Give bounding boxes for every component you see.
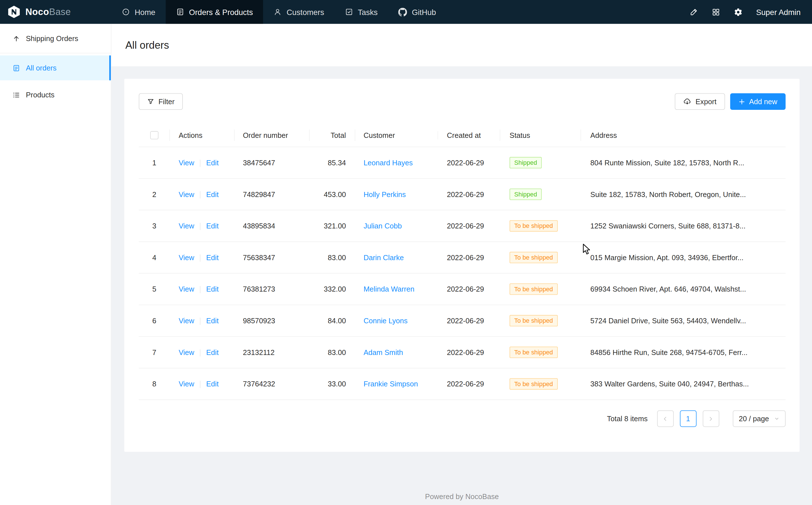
created-at-cell: 2022-06-29 — [438, 317, 500, 325]
nav-item-home[interactable]: Home — [111, 0, 166, 24]
view-link[interactable]: View — [179, 380, 194, 388]
edit-link[interactable]: Edit — [206, 348, 219, 356]
toolbar-right: Export Add new — [675, 93, 786, 110]
edit-link[interactable]: Edit — [206, 159, 219, 167]
app-root: NocoBase Home Orders & Products Customer… — [0, 0, 812, 505]
sidebar-item-label: Shipping Orders — [26, 34, 78, 42]
table-row: 1 ViewEdit 38475647 85.34 Leonard Hayes … — [139, 147, 786, 179]
nav-item-label: GitHub — [412, 8, 436, 16]
table-row: 8 ViewEdit 73764232 33.00 Frankie Simpso… — [139, 368, 786, 400]
edit-link[interactable]: Edit — [206, 285, 219, 293]
nav-item-label: Orders & Products — [189, 8, 253, 16]
apps-grid-icon[interactable] — [712, 8, 720, 16]
tasks-icon — [345, 8, 353, 16]
edit-link[interactable]: Edit — [206, 380, 219, 388]
customer-link[interactable]: Leonard Hayes — [363, 159, 413, 167]
customer-link[interactable]: Frankie Simpson — [363, 380, 418, 388]
status-tag: To be shipped — [510, 252, 558, 263]
sidebar-item-shipping-orders[interactable]: Shipping Orders — [0, 26, 111, 51]
order-number-cell: 75638347 — [235, 254, 309, 262]
row-index: 5 — [152, 285, 156, 293]
status-tag: To be shipped — [510, 347, 558, 358]
customer-link[interactable]: Adam Smith — [363, 348, 403, 356]
order-number-cell: 23132112 — [235, 348, 309, 356]
nav-item-label: Home — [135, 8, 155, 16]
view-link[interactable]: View — [179, 348, 194, 356]
sidebar-item-label: Products — [26, 91, 55, 99]
table-row: 6 ViewEdit 98570923 84.00 Connie Lyons 2… — [139, 305, 786, 337]
view-link[interactable]: View — [179, 285, 194, 293]
sidebar-item-products[interactable]: Products — [0, 82, 111, 107]
nav-right: Super Admin — [689, 0, 812, 24]
table-body: 1 ViewEdit 38475647 85.34 Leonard Hayes … — [139, 147, 786, 400]
user-menu[interactable]: Super Admin — [756, 8, 801, 16]
export-button[interactable]: Export — [675, 93, 725, 110]
total-cell: 85.34 — [310, 159, 355, 167]
header-order-number: Order number — [235, 131, 309, 139]
customer-link[interactable]: Darin Clarke — [363, 254, 404, 262]
order-number-cell: 76381273 — [235, 285, 309, 293]
address-cell: 84856 Hirthe Run, Suite 268, 94754-6705,… — [581, 348, 786, 356]
brand-text: NocoBase — [25, 6, 71, 17]
address-cell: 383 Walter Gardens, Suite 040, 24947, Be… — [581, 380, 786, 388]
nav-item-orders-products[interactable]: Orders & Products — [166, 0, 263, 24]
nav-item-customers[interactable]: Customers — [263, 0, 335, 24]
select-all-checkbox[interactable] — [150, 131, 159, 139]
settings-gear-icon[interactable] — [734, 8, 743, 16]
pagination-total: Total 8 items — [607, 414, 647, 423]
edit-link[interactable]: Edit — [206, 254, 219, 262]
created-at-cell: 2022-06-29 — [438, 159, 500, 167]
order-number-cell: 74829847 — [235, 190, 309, 198]
view-link[interactable]: View — [179, 317, 194, 325]
address-cell: 5724 Daniel Drive, Suite 563, 54403, Wen… — [581, 317, 786, 325]
page-header: All orders — [111, 24, 812, 66]
order-number-cell: 38475647 — [235, 159, 309, 167]
page-size-select[interactable]: 20 / page — [733, 410, 785, 427]
customer-link[interactable]: Holly Perkins — [363, 190, 406, 198]
nav-item-tasks[interactable]: Tasks — [334, 0, 388, 24]
page-size-value: 20 / page — [739, 414, 769, 423]
nav-item-github[interactable]: GitHub — [388, 0, 446, 24]
order-number-cell: 98570923 — [235, 317, 309, 325]
view-link[interactable]: View — [179, 222, 194, 230]
created-at-cell: 2022-06-29 — [438, 254, 500, 262]
pagination: Total 8 items 1 20 / page — [139, 410, 786, 427]
customer-link[interactable]: Connie Lyons — [363, 317, 408, 325]
edit-link[interactable]: Edit — [206, 190, 219, 198]
highlight-icon[interactable] — [689, 8, 698, 16]
header-created-at: Created at — [438, 131, 500, 139]
edit-link[interactable]: Edit — [206, 317, 219, 325]
view-link[interactable]: View — [179, 159, 194, 167]
customer-link[interactable]: Melinda Warren — [363, 285, 415, 293]
view-link[interactable]: View — [179, 190, 194, 198]
table-row: 4 ViewEdit 75638347 83.00 Darin Clarke 2… — [139, 242, 786, 274]
export-button-label: Export — [696, 98, 716, 106]
brand-base: Base — [49, 6, 71, 17]
table-row: 7 ViewEdit 23132112 83.00 Adam Smith 202… — [139, 337, 786, 368]
brand[interactable]: NocoBase — [0, 0, 111, 24]
orders-table: Actions Order number Total Customer Crea… — [139, 124, 786, 400]
header-total: Total — [310, 131, 355, 139]
page-title: All orders — [125, 39, 169, 51]
order-number-cell: 43895834 — [235, 222, 309, 230]
page-1-button[interactable]: 1 — [680, 410, 697, 427]
view-link[interactable]: View — [179, 254, 194, 262]
header-address: Address — [581, 131, 786, 139]
nav-item-label: Customers — [287, 8, 324, 16]
sidebar-item-all-orders[interactable]: All orders — [0, 55, 111, 80]
add-new-button-label: Add new — [749, 98, 778, 106]
main-nav: Home Orders & Products Customers Tasks — [111, 0, 447, 24]
customer-link[interactable]: Julian Cobb — [363, 222, 402, 230]
orders-list-icon — [12, 64, 20, 71]
next-page-button[interactable] — [703, 410, 719, 427]
action-divider — [200, 191, 201, 199]
filter-button[interactable]: Filter — [139, 93, 183, 110]
row-index: 7 — [152, 348, 156, 356]
header-actions: Actions — [170, 131, 235, 139]
edit-link[interactable]: Edit — [206, 222, 219, 230]
prev-page-button[interactable] — [657, 410, 673, 427]
total-cell: 33.00 — [310, 380, 355, 388]
nocobase-logo-icon — [7, 5, 21, 19]
main-content: All orders Filter — [111, 24, 812, 505]
add-new-button[interactable]: Add new — [730, 93, 786, 110]
